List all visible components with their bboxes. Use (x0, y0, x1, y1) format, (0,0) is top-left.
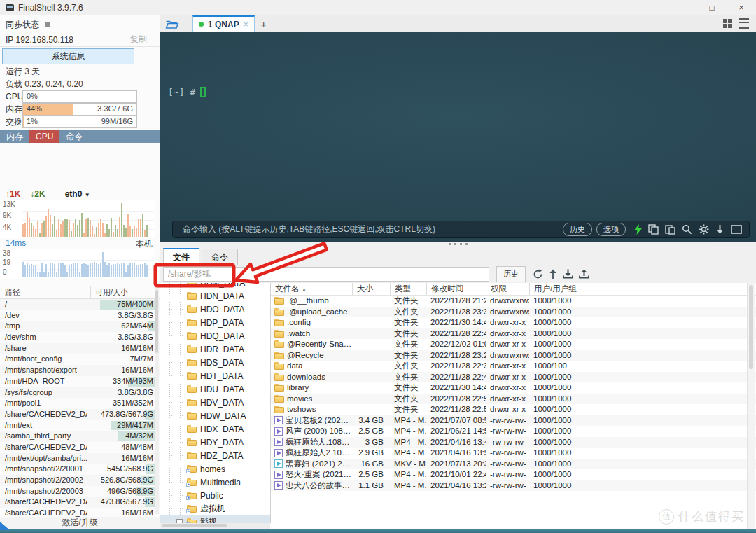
lightning-icon[interactable] (634, 224, 642, 235)
mount-row[interactable]: /mnt/pool1351M/352M (0, 398, 160, 409)
menu-icon[interactable] (739, 18, 749, 29)
mount-row[interactable]: /mnt/ext/opt/samba/pri...16M/16M (0, 453, 160, 464)
file-row[interactable]: .@upload_cache文件夹2022/11/28 23:37drwxrwx… (271, 307, 756, 318)
tree-item-HDZ_DATA[interactable]: HDZ_DATA (160, 449, 270, 462)
file-row[interactable]: 疯狂原始人.1080p.国...3 GBMP4 - M...2021/04/16… (271, 437, 756, 448)
mount-row[interactable]: /share/CACHEDEV2_DA...48M/48M (0, 442, 160, 453)
file-col-header[interactable]: 大小 (352, 283, 390, 295)
tree-item-虚拟机[interactable]: 虚拟机 (160, 502, 270, 515)
panel-splitter[interactable] (160, 242, 756, 247)
file-row[interactable]: downloads文件夹2022/11/28 22:41drwxr-xr-x10… (271, 372, 756, 383)
layout-grid-icon[interactable] (723, 19, 732, 28)
paste-icon[interactable] (665, 224, 676, 235)
file-row[interactable]: 疯狂原始人2.1080p....2.9 GBMP4 - M...2021/04/… (271, 448, 756, 459)
interface-dropdown[interactable]: eth0 ▼ (65, 189, 90, 200)
tree-item-HDR_DATA[interactable]: HDR_DATA (160, 342, 270, 356)
file-row[interactable]: @Recently-Snapshot文件夹2022/12/02 01:00drw… (271, 339, 756, 350)
tree-item-HDQ_DATA[interactable]: HDQ_DATA (160, 329, 270, 342)
command-input-bar[interactable]: 命令输入 (按ALT键提示历史,TAB键路径,ESC键返回,双击CTRL切换) … (172, 221, 750, 238)
arrow-down-icon[interactable] (715, 224, 724, 235)
download-icon[interactable] (563, 269, 573, 279)
file-col-header[interactable]: 用户/用户组 (529, 283, 756, 295)
mount-scrollbar[interactable] (155, 287, 159, 514)
file-row[interactable]: library文件夹2022/11/30 14:49drwxr-xr-x1000… (271, 382, 756, 394)
tree-item-HDU_DATA[interactable]: HDU_DATA (160, 382, 270, 396)
upload-icon[interactable] (579, 269, 589, 279)
path-input[interactable] (163, 267, 489, 282)
options-button[interactable]: 选项 (596, 223, 626, 236)
file-row[interactable]: 怒火·重案 (2021) 216...2.5 GBMP4 - M...2021/… (271, 469, 756, 480)
window-mode-icon[interactable] (731, 225, 742, 234)
mount-row[interactable]: /tmp62M/64M (0, 321, 160, 332)
mount-row[interactable]: /samba_third_party4M/32M (0, 431, 160, 442)
file-col-header[interactable]: 修改时间 (426, 283, 486, 295)
tree-item-HDV_DATA[interactable]: HDV_DATA (160, 396, 270, 409)
tree-item-HDP_DATA[interactable]: HDP_DATA (160, 316, 270, 329)
file-col-header[interactable]: 文件名▲ (271, 283, 352, 295)
mount-row[interactable]: /share/CACHEDEV2_DATA473.8G/567.9G (0, 409, 160, 420)
sidebar-tab-内存[interactable]: 内存 (0, 130, 29, 143)
file-row[interactable]: .config文件夹2022/11/30 14:49drwxr-xr-x1000… (271, 317, 756, 328)
mount-row[interactable]: /sys/fs/cgroup3.8G/3.8G (0, 387, 160, 399)
mount-col-path[interactable]: 路径 (0, 286, 90, 298)
sidebar-tab-命令[interactable]: 命令 (59, 130, 89, 143)
mount-row[interactable]: /75M/400M (0, 299, 160, 310)
mount-row[interactable]: /mnt/snapshot/2/20001545G/568.9G (0, 464, 160, 475)
session-tab-qnap[interactable]: 1 QNAP × (192, 15, 255, 32)
new-tab-button[interactable]: + (255, 17, 273, 32)
open-connections-button[interactable] (160, 17, 184, 32)
file-row[interactable]: @Recycle文件夹2022/11/28 23:20drwxrwxrwx100… (271, 350, 756, 361)
file-row[interactable]: data文件夹2022/11/28 22:34drwxr-xr-x1000/10… (271, 361, 756, 372)
mount-col-size[interactable]: 可用/大小 (90, 286, 160, 298)
up-directory-icon[interactable] (549, 269, 557, 279)
mount-row[interactable]: /mnt/snapshot/export16M/16M (0, 365, 160, 376)
copy-ip-button[interactable]: 复制 (130, 34, 147, 46)
mount-row[interactable]: /dev/shm3.8G/3.8G (0, 332, 160, 343)
mount-row[interactable]: /dev3.8G/3.8G (0, 310, 160, 321)
mount-row[interactable]: /mnt/ext29M/417M (0, 420, 160, 431)
path-history-button[interactable]: 历史 (496, 266, 526, 282)
tree-item-HDM_DATA[interactable]: HDM_DATA (160, 283, 270, 289)
tab-commands[interactable]: 命令 (202, 249, 238, 265)
activate-upgrade-button[interactable]: 激活/升级 (0, 517, 160, 529)
mount-row[interactable]: /mnt/boot_config7M/7M (0, 354, 160, 365)
tree-item-HDW_DATA[interactable]: HDW_DATA (160, 409, 270, 422)
mount-row[interactable]: /mnt/snapshot/2/20002526.8G/568.9G (0, 475, 160, 486)
minimize-button[interactable]: – (668, 0, 697, 15)
maximize-button[interactable]: □ (697, 0, 727, 15)
file-row[interactable]: 风声 (2009) 1080p A...2.5 GBMP4 - M...2021… (271, 426, 756, 437)
refresh-icon[interactable] (533, 269, 543, 279)
tree-item-HDN_DATA[interactable]: HDN_DATA (160, 289, 270, 303)
terminal[interactable]: [~] # 命令输入 (按ALT键提示历史,TAB键路径,ESC键返回,双击CT… (160, 32, 756, 242)
tree-item-HDX_DATA[interactable]: HDX_DATA (160, 422, 270, 436)
tree-item-HDO_DATA[interactable]: HDO_DATA (160, 303, 270, 316)
tree-item-HDS_DATA[interactable]: HDS_DATA (160, 356, 270, 369)
file-col-header[interactable]: 权限 (486, 283, 529, 295)
mount-row[interactable]: /share16M/16M (0, 343, 160, 354)
sidebar-tab-CPU[interactable]: CPU (29, 130, 59, 143)
mount-row[interactable]: /mnt/HDA_ROOT334M/493M (0, 376, 160, 387)
file-row[interactable]: movies文件夹2022/11/28 22:54drwxr-xr-x1000/… (271, 394, 756, 405)
tree-item-影视[interactable]: 影视 (160, 515, 270, 523)
system-info-button[interactable]: 系统信息 (2, 48, 134, 64)
command-input-placeholder[interactable]: 命令输入 (按ALT键提示历史,TAB键路径,ESC键返回,双击CTRL切换) (183, 223, 559, 235)
file-row[interactable]: 宝贝老板2 (2021) 108...3.4 GBMP4 - M...2021/… (271, 415, 756, 427)
copy-icon[interactable] (648, 224, 659, 235)
tree-item-Public[interactable]: Public (160, 489, 270, 502)
file-row[interactable]: .watch文件夹2022/11/28 22:41drwxr-xr-x1000/… (271, 328, 756, 340)
file-table-scrollbar[interactable] (747, 283, 755, 529)
mount-row[interactable]: /mnt/snapshot/2/20003496G/568.9G (0, 486, 160, 497)
gear-icon[interactable] (699, 224, 709, 235)
tree-item-homes[interactable]: homes (160, 462, 270, 476)
file-row[interactable]: .@__thumb文件夹2022/11/28 21:24drwxrwxrwx10… (271, 296, 756, 307)
file-row[interactable]: tvshows文件夹2022/11/28 22:54drwxr-xr-x1000… (271, 404, 756, 415)
file-col-header[interactable]: 类型 (390, 283, 426, 295)
tree-item-HDY_DATA[interactable]: HDY_DATA (160, 436, 270, 449)
search-icon[interactable] (682, 224, 692, 235)
tree-item-Multimedia[interactable]: Multimedia (160, 476, 270, 489)
file-row[interactable]: 忠犬八公的故事.mp41.1 GBMP4 - M...2021/04/16 13… (271, 480, 756, 492)
close-button[interactable]: × (727, 0, 756, 15)
tab-files[interactable]: 文件 (163, 248, 200, 265)
file-row[interactable]: 黑寡妇 (2021) 2160p ...16 GBMKV - M...2021/… (271, 459, 756, 470)
mount-row[interactable]: /share/CACHEDEV2_DA...473.8G/567.9G (0, 497, 160, 508)
